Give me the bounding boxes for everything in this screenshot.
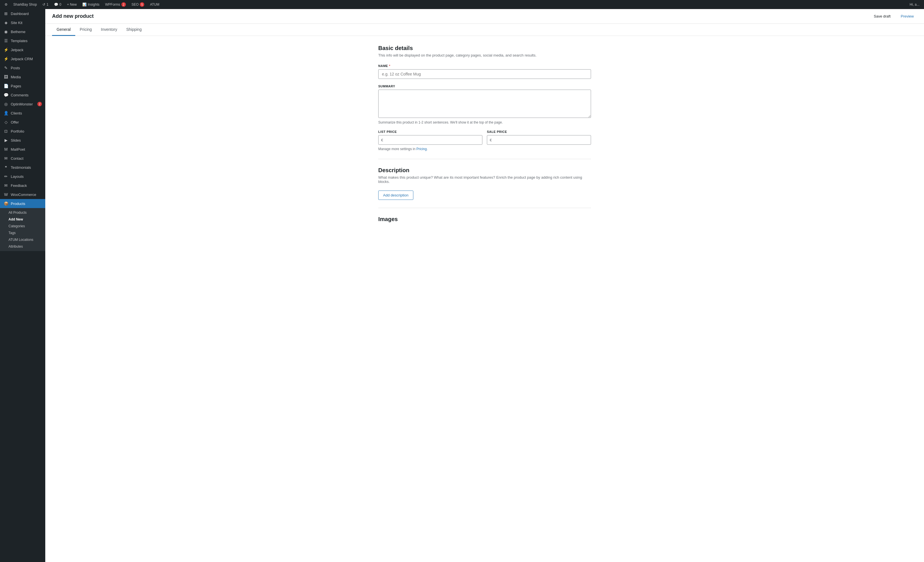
sale-price-input[interactable] xyxy=(487,135,591,145)
sidebar-sub-categories[interactable]: Categories xyxy=(0,223,45,230)
sale-price-input-wrap: € xyxy=(487,135,591,145)
media-icon: 🖼 xyxy=(3,75,9,79)
save-draft-button[interactable]: Save draft xyxy=(870,12,894,20)
summary-textarea[interactable] xyxy=(378,90,591,118)
sidebar-item-label: Media xyxy=(11,75,21,79)
admin-bar-wpforms[interactable]: WPForms 2 xyxy=(103,0,128,9)
images-section: Images xyxy=(378,216,591,223)
sidebar-item-templates[interactable]: ☰ Templates xyxy=(0,36,45,45)
sidebar-item-jetpack[interactable]: ⚡ Jetpack xyxy=(0,45,45,54)
admin-bar-greeting[interactable]: Hi, a... xyxy=(907,0,922,9)
tab-pricing[interactable]: Pricing xyxy=(75,24,96,36)
sidebar-item-label: Templates xyxy=(11,39,27,43)
sidebar-item-label: Slides xyxy=(11,138,21,142)
testimonials-icon: ❝ xyxy=(3,165,9,170)
clients-icon: 👤 xyxy=(3,111,9,115)
tab-inventory[interactable]: Inventory xyxy=(96,24,122,36)
sidebar-item-slides[interactable]: ▶ Slides xyxy=(0,136,45,145)
sidebar-item-portfolio[interactable]: ⊡ Portfolio xyxy=(0,127,45,136)
add-description-button[interactable]: Add description xyxy=(378,191,413,200)
sidebar-item-contact[interactable]: ✉ Contact xyxy=(0,154,45,163)
sale-price-symbol: € xyxy=(490,138,492,142)
sidebar-item-label: Betheme xyxy=(11,30,26,34)
name-input[interactable] xyxy=(378,69,591,79)
sidebar-sub-attributes[interactable]: Attributes xyxy=(0,243,45,250)
sidebar-item-label: Offer xyxy=(11,120,19,124)
description-desc: What makes this product unique? What are… xyxy=(378,175,591,184)
wp-logo[interactable]: ⚙ xyxy=(2,0,10,9)
admin-bar-new[interactable]: + New xyxy=(65,0,79,9)
site-name[interactable]: SharkBay Shop xyxy=(11,0,39,9)
sidebar-item-mailpoet[interactable]: M MailPoet xyxy=(0,145,45,154)
sidebar-sub-all-products[interactable]: All Products xyxy=(0,209,45,216)
admin-bar-comments[interactable]: 💬 0 xyxy=(52,0,64,9)
sidebar-item-optinmonster[interactable]: ◎ OptinMonster 2 xyxy=(0,100,45,109)
sidebar-item-posts[interactable]: ✎ Posts xyxy=(0,63,45,72)
name-label: NAME * xyxy=(378,64,591,67)
tab-general[interactable]: General xyxy=(52,24,75,36)
jetpackcrm-icon: ⚡ xyxy=(3,57,9,61)
layout: ⊞ Dashboard ◈ Site Kit ◉ Betheme ☰ Templ… xyxy=(0,9,924,562)
sidebar-item-testimonials[interactable]: ❝ Testimonials xyxy=(0,163,45,172)
sidebar-item-label: Site Kit xyxy=(11,21,22,25)
sidebar-item-comments[interactable]: 💬 Comments xyxy=(0,90,45,100)
sidebar-item-label: Portfolio xyxy=(11,129,24,133)
basic-details-desc: This info will be displayed on the produ… xyxy=(378,53,591,57)
sidebar-sub-atum-locations[interactable]: ATUM Locations xyxy=(0,236,45,243)
sidebar-item-label: Pages xyxy=(11,84,21,88)
top-bar-actions: Save draft Preview xyxy=(870,12,917,20)
products-icon: 📦 xyxy=(3,201,9,206)
pricing-hint: Manage more settings in Pricing. xyxy=(378,147,591,151)
sidebar-item-woocommerce[interactable]: W WooCommerce xyxy=(0,190,45,199)
posts-icon: ✎ xyxy=(3,66,9,70)
admin-bar-atum[interactable]: ATUM xyxy=(148,0,162,9)
pricing-link[interactable]: Pricing xyxy=(417,147,427,151)
preview-button[interactable]: Preview xyxy=(897,12,917,20)
name-field-group: NAME * xyxy=(378,64,591,79)
sidebar-item-pages[interactable]: 📄 Pages xyxy=(0,81,45,90)
wpforms-badge: 2 xyxy=(122,2,126,7)
wp-icon: ⚙ xyxy=(4,3,8,6)
sidebar-item-clients[interactable]: 👤 Clients xyxy=(0,109,45,118)
new-label: + New xyxy=(67,3,76,6)
templates-icon: ☰ xyxy=(3,39,9,43)
sidebar-item-sitekit[interactable]: ◈ Site Kit xyxy=(0,18,45,27)
list-price-input[interactable] xyxy=(378,135,482,145)
summary-field-group: SUMMARY Summarize this product in 1-2 sh… xyxy=(378,85,591,124)
sidebar-sub-add-new[interactable]: Add New xyxy=(0,216,45,223)
sidebar-sub-tags[interactable]: Tags xyxy=(0,230,45,236)
sidebar-item-betheme[interactable]: ◉ Betheme xyxy=(0,27,45,36)
admin-bar-insights[interactable]: 📊 Insights xyxy=(80,0,102,9)
slides-icon: ▶ xyxy=(3,138,9,142)
sidebar-item-offer[interactable]: ◇ Offer xyxy=(0,118,45,127)
sidebar-item-products[interactable]: 📦 Products xyxy=(0,199,45,208)
page-title: Add new product xyxy=(52,13,94,19)
sidebar: ⊞ Dashboard ◈ Site Kit ◉ Betheme ☰ Templ… xyxy=(0,9,45,562)
sidebar-item-feedback[interactable]: ✉ Feedback xyxy=(0,181,45,190)
list-price-label: LIST PRICE xyxy=(378,130,482,133)
description-title: Description xyxy=(378,167,591,173)
seo-badge: 5 xyxy=(140,2,144,7)
sitekit-icon: ◈ xyxy=(3,20,9,25)
greeting-text: Hi, a... xyxy=(910,3,920,6)
woocommerce-icon: W xyxy=(3,192,9,197)
pages-icon: 📄 xyxy=(3,84,9,88)
jetpack-icon: ⚡ xyxy=(3,48,9,52)
summary-label: SUMMARY xyxy=(378,85,591,88)
sidebar-item-label: Layouts xyxy=(11,175,24,179)
dashboard-icon: ⊞ xyxy=(3,11,9,16)
sidebar-item-layouts[interactable]: ✏ Layouts xyxy=(0,172,45,181)
list-price-input-wrap: € xyxy=(378,135,482,145)
form-content: Basic details This info will be displaye… xyxy=(372,36,598,233)
sidebar-item-jetpackcrm[interactable]: ⚡ Jetpack CRM xyxy=(0,54,45,63)
tab-shipping[interactable]: Shipping xyxy=(122,24,146,36)
portfolio-icon: ⊡ xyxy=(3,129,9,133)
betheme-icon: ◉ xyxy=(3,29,9,34)
admin-bar-refresh[interactable]: ↺ 1 xyxy=(40,0,51,9)
sidebar-item-dashboard[interactable]: ⊞ Dashboard xyxy=(0,9,45,18)
divider-1 xyxy=(378,159,591,159)
site-name-text: SharkBay Shop xyxy=(13,3,37,6)
admin-bar-seo[interactable]: SEO 5 xyxy=(129,0,147,9)
sidebar-item-label: Jetpack xyxy=(11,48,24,52)
sidebar-item-media[interactable]: 🖼 Media xyxy=(0,72,45,81)
